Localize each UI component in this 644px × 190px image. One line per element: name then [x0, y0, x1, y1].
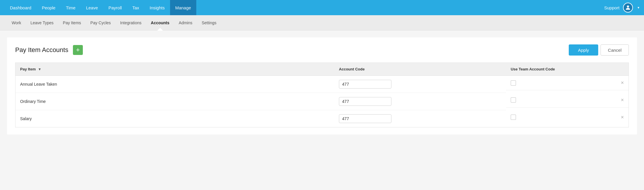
main-content: Pay Item Accounts + Apply Cancel Pay Ite…	[7, 37, 637, 134]
top-nav-item-people[interactable]: People	[36, 0, 61, 15]
cancel-button[interactable]: Cancel	[601, 44, 629, 56]
sub-nav-item-integrations[interactable]: Integrations	[116, 15, 146, 30]
sub-nav-item-leave-types[interactable]: Leave Types	[26, 15, 58, 30]
top-nav-item-insights[interactable]: Insights	[144, 0, 170, 15]
support-link[interactable]: Support	[604, 5, 620, 10]
delete-row-button[interactable]: ×	[621, 80, 624, 86]
top-nav-item-time[interactable]: Time	[61, 0, 81, 15]
use-team-account-code-cell: ×	[506, 76, 629, 90]
account-code-input[interactable]	[339, 97, 391, 106]
account-code-cell	[334, 93, 506, 110]
top-nav: DashboardPeopleTimeLeavePayrollTaxInsigh…	[0, 0, 644, 15]
accounts-table: Pay Item ▼ Account Code Use Team Account…	[15, 63, 629, 127]
sub-nav-item-work[interactable]: Work	[7, 15, 26, 30]
top-nav-items: DashboardPeopleTimeLeavePayrollTaxInsigh…	[5, 0, 604, 15]
column-account-code: Account Code	[334, 63, 506, 76]
use-team-account-code-cell: ×	[506, 110, 629, 125]
column-use-team-account-code-label: Use Team Account Code	[511, 67, 555, 71]
sub-nav: WorkLeave TypesPay ItemsPay CyclesIntegr…	[0, 15, 644, 30]
page-header-right: Apply Cancel	[569, 44, 629, 56]
top-nav-item-tax[interactable]: Tax	[127, 0, 144, 15]
table-header: Pay Item ▼ Account Code Use Team Account…	[15, 63, 629, 76]
use-team-account-code-cell: ×	[506, 93, 629, 108]
top-nav-right: Support ▾	[604, 3, 639, 13]
column-account-code-label: Account Code	[339, 67, 365, 71]
column-use-team-account-code: Use Team Account Code	[506, 63, 629, 76]
table-row: Salary×	[15, 110, 629, 127]
account-code-cell	[334, 110, 506, 127]
pay-item-cell: Salary	[15, 110, 335, 127]
sub-nav-item-pay-cycles[interactable]: Pay Cycles	[86, 15, 116, 30]
sub-nav-item-pay-items[interactable]: Pay Items	[58, 15, 86, 30]
team-account-code-checkbox[interactable]	[511, 80, 516, 86]
sort-icon: ▼	[38, 67, 41, 71]
pay-item-cell: Annual Leave Taken	[15, 76, 335, 93]
team-account-code-checkbox[interactable]	[511, 97, 516, 103]
table-row: Ordinary Time×	[15, 93, 629, 110]
svg-point-0	[627, 6, 629, 8]
column-pay-item-label: Pay Item	[20, 67, 36, 71]
sub-nav-item-admins[interactable]: Admins	[174, 15, 197, 30]
account-code-cell	[334, 76, 506, 93]
top-nav-item-dashboard[interactable]: Dashboard	[5, 0, 36, 15]
column-pay-item[interactable]: Pay Item ▼	[15, 63, 335, 76]
pay-item-cell: Ordinary Time	[15, 93, 335, 110]
account-code-input[interactable]	[339, 114, 391, 123]
top-nav-item-leave[interactable]: Leave	[81, 0, 103, 15]
sub-nav-item-settings[interactable]: Settings	[197, 15, 221, 30]
add-button[interactable]: +	[73, 45, 83, 55]
page-title: Pay Item Accounts	[15, 46, 68, 54]
page-header: Pay Item Accounts + Apply Cancel	[15, 44, 629, 56]
table-body: Annual Leave Taken×Ordinary Time×Salary×	[15, 76, 629, 127]
sub-nav-item-accounts[interactable]: Accounts	[146, 15, 174, 30]
table-row: Annual Leave Taken×	[15, 76, 629, 93]
delete-row-button[interactable]: ×	[621, 97, 624, 103]
account-code-input[interactable]	[339, 80, 391, 89]
page-header-left: Pay Item Accounts +	[15, 45, 83, 55]
delete-row-button[interactable]: ×	[621, 114, 624, 120]
team-account-code-checkbox[interactable]	[511, 115, 516, 120]
top-nav-item-payroll[interactable]: Payroll	[103, 0, 127, 15]
avatar-dropdown-arrow[interactable]: ▾	[638, 6, 639, 10]
top-nav-item-manage[interactable]: Manage	[170, 0, 196, 15]
apply-button[interactable]: Apply	[569, 44, 598, 56]
avatar[interactable]	[623, 3, 633, 13]
